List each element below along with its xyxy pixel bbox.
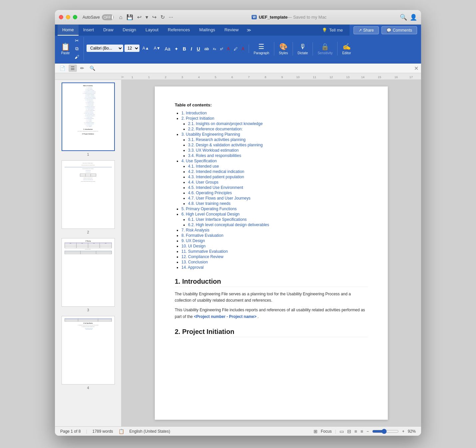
app-window: AutoSave OFF ⌂ 💾 ↩ ▾ ↪ ↻ ··· W UEF_templ… [55, 10, 421, 436]
toc-link-4-6[interactable]: 4.6. Operating Principles [188, 191, 232, 195]
cut-icon[interactable]: ✂ [73, 37, 81, 44]
clear-format-icon[interactable]: ✦ [173, 45, 180, 53]
save-icon[interactable]: 💾 [126, 14, 133, 20]
toc-item-11: 11. Summative Evaluation [181, 249, 368, 254]
toc-link-13[interactable]: 13. Conclusion [181, 260, 208, 264]
toc-link-4-2[interactable]: 4.2. Intended medical indication [188, 169, 244, 174]
toc-link-4-1[interactable]: 4.1. Intended use [188, 164, 219, 169]
italic-button[interactable]: I [189, 45, 194, 53]
autosave-toggle[interactable]: OFF [102, 14, 114, 20]
strikethrough-icon[interactable]: ab [203, 46, 210, 52]
toc-link-3-1[interactable]: 3.1. Research activities planning [188, 137, 246, 142]
share-button[interactable]: ↗ Share [354, 26, 379, 34]
comments-button[interactable]: 💬 Comments [381, 26, 417, 34]
home-icon[interactable]: ⌂ [119, 14, 122, 20]
highlight-icon[interactable]: 🖊 [232, 46, 239, 52]
toc-link-12[interactable]: 12. Compliance Review [181, 254, 223, 259]
redo-icon[interactable]: ↪ [152, 14, 156, 20]
autosave-label: AutoSave [83, 15, 100, 20]
toc-link-2-1[interactable]: 2.1. Insights on domain/project knowledg… [188, 121, 263, 126]
paste-button[interactable]: 📋 Paste [59, 42, 72, 56]
superscript-icon[interactable]: x² [218, 46, 225, 52]
thumbnail-view-button[interactable]: 📄 [58, 65, 67, 72]
share-profile-icon[interactable]: 👤 [410, 14, 417, 21]
tab-draw[interactable]: Draw [99, 25, 118, 36]
toc-link-5[interactable]: 5. Primary Operating Functions [181, 207, 237, 211]
view-align-icon[interactable]: ≡ [360, 429, 363, 434]
styles-button[interactable]: 🎨 Styles [277, 42, 290, 56]
editor-button[interactable]: ✍ Editor [340, 42, 353, 56]
font-color-icon[interactable]: A [225, 46, 231, 52]
toc-link-7[interactable]: 7. Risk Analysis [181, 228, 209, 232]
toc-link-4-8[interactable]: 4.8. User training needs [188, 201, 230, 206]
view-list-icon[interactable]: ≡ [355, 429, 357, 434]
toc-link-6-2[interactable]: 6.2. High level conceptual design delive… [188, 223, 269, 227]
toc-link-14[interactable]: 14. Approval [181, 265, 204, 270]
search-button[interactable]: 🔍 [88, 65, 97, 72]
toc-link-3-4[interactable]: 3.4. Roles and responsibilities [188, 153, 241, 158]
toc-link-2-2[interactable]: 2.2. Reference documentation: [188, 127, 243, 131]
toc-link-6[interactable]: 6. High Level Conceptual Design [181, 212, 240, 217]
ribbon-more-tabs[interactable]: ≫ [243, 25, 255, 36]
underline-button[interactable]: U [195, 45, 202, 53]
page-thumbnail-2[interactable]: Lorem ipsum content page 2... Some docum… [56, 160, 120, 234]
tell-me-input[interactable]: 💡 Tell me [318, 25, 347, 36]
subscript-icon[interactable]: x₂ [211, 46, 218, 52]
toc-link-8[interactable]: 8. Formative Evaluation [181, 233, 223, 238]
page-thumbnail-4[interactable]: 4. Use Specification 4.1 Intended use de… [56, 316, 120, 390]
toc-link-4-4[interactable]: 4.4. User Groups [188, 180, 218, 185]
toc-link-3-2[interactable]: 3.2. Design & validation activities plan… [188, 143, 263, 147]
focus-icon[interactable]: ⊞ [314, 429, 318, 434]
bold-button[interactable]: B [181, 45, 188, 53]
view-mode-icon[interactable]: ⊟ [347, 429, 351, 434]
toc-link-11[interactable]: 11. Summative Evaluation [181, 249, 228, 254]
close-panel-button[interactable]: ✕ [414, 65, 418, 72]
toc-link-10[interactable]: 10. UI Design [181, 244, 206, 248]
font-name-select[interactable]: Calibri (Bo... [87, 45, 123, 52]
text-color-icon[interactable]: A [240, 46, 246, 52]
ribbon-tabs-row: Home Insert Draw Design Layout Reference… [55, 25, 421, 36]
paragraph-button[interactable]: ☰ Paragraph [252, 42, 271, 56]
toc-link-2[interactable]: 2. Project Initiation [181, 116, 214, 121]
refresh-icon[interactable]: ↻ [160, 14, 165, 20]
tab-layout[interactable]: Layout [141, 25, 163, 36]
toc-link-3[interactable]: 3. Usability Engineering Planning [181, 132, 240, 137]
increase-font-icon[interactable]: A▲ [141, 45, 151, 52]
tab-home[interactable]: Home [58, 25, 79, 36]
page-thumbnail-3[interactable]: 3. Planning Header Header Header Header [56, 238, 120, 312]
toc-link-6-1[interactable]: 6.1. User Interface Specifications [188, 217, 247, 222]
page-thumbnail-1[interactable]: Table of contents: • 1. Introduction • 2… [56, 82, 120, 156]
toc-link-4-5[interactable]: 4.5. Intended Use Environment [188, 185, 243, 190]
view-layout-icon[interactable]: ▭ [340, 429, 344, 434]
toc-link-3-3[interactable]: 3.3. UX Workload estimation [188, 148, 239, 153]
format-painter-icon[interactable]: 🖌 [73, 53, 81, 61]
toc-link-4-7[interactable]: 4.7. User Flows and User Journeys [188, 196, 250, 201]
tab-mailings[interactable]: Mailings [195, 25, 220, 36]
toc-link-9[interactable]: 9. UX Design [181, 238, 205, 243]
decrease-font-icon[interactable]: A▼ [152, 45, 162, 52]
copy-icon[interactable]: ⧉ [73, 45, 81, 53]
edit-button[interactable]: ✏ [78, 65, 86, 72]
tab-insert[interactable]: Insert [79, 25, 99, 36]
undo-icon[interactable]: ↩ [137, 14, 141, 20]
sensitivity-button[interactable]: 🔒 Sensitivity [316, 42, 335, 56]
dictate-button[interactable]: 🎙 Dictate [296, 42, 310, 56]
search-icon[interactable]: 🔍 [400, 14, 407, 21]
tab-references[interactable]: References [163, 25, 194, 36]
zoom-increase-icon[interactable]: + [402, 429, 404, 434]
toc-link-4[interactable]: 4. Use Specification [181, 159, 217, 163]
maximize-button[interactable] [73, 15, 77, 19]
toc-link-1[interactable]: 1. Introduction [181, 111, 207, 115]
tab-review[interactable]: Review [220, 25, 243, 36]
zoom-decrease-icon[interactable]: − [366, 429, 369, 434]
font-case-icon[interactable]: Aa [163, 45, 172, 53]
zoom-slider[interactable] [372, 429, 399, 434]
list-view-button[interactable]: ☰ [69, 65, 77, 72]
toc-link-4-3[interactable]: 4.3. Intended patient population [188, 175, 244, 179]
minimize-button[interactable] [66, 15, 70, 19]
undo-dropdown-icon[interactable]: ▾ [145, 14, 148, 20]
track-changes-icon[interactable]: 📋 [119, 429, 124, 434]
font-size-select[interactable]: 12 [124, 45, 139, 52]
tab-design[interactable]: Design [118, 25, 141, 36]
close-button[interactable] [59, 15, 63, 19]
